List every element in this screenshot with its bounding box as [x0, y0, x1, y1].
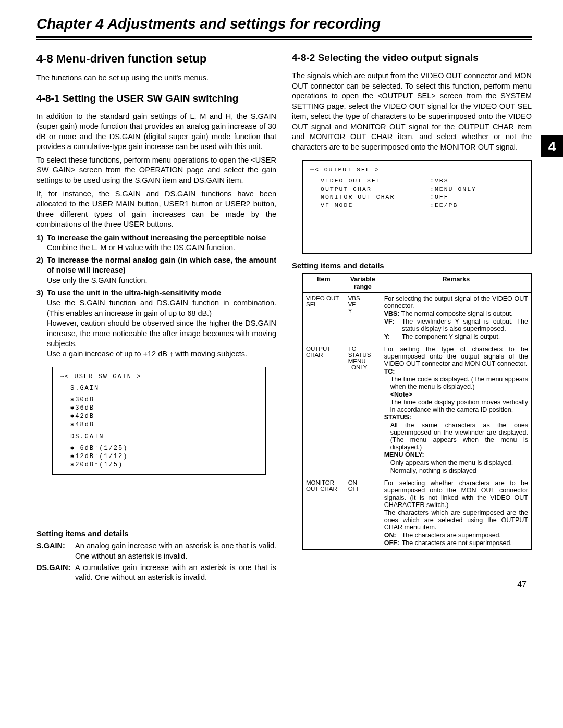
menu-line: ✱30dB [60, 396, 258, 404]
cell-remarks: For setting the type of characters to be… [381, 343, 531, 477]
th-remarks: Remarks [381, 273, 531, 292]
menu-line: ✱20dB↑(1/5) [60, 461, 258, 469]
menu-val: :MENU ONLY [430, 185, 476, 193]
cell-remarks: For selecting the output signal of the V… [381, 292, 531, 343]
th-item: Item [303, 273, 345, 292]
table-row: VIDEO OUT SEL VBS VF Y For selecting the… [303, 292, 532, 343]
paragraph: In addition to the standard gain setting… [36, 112, 276, 152]
definition-list: S.GAIN: An analog gain increase with an … [36, 541, 276, 583]
menu-line: DS.GAIN [60, 433, 258, 441]
list-item-body: Use a gain increase of up to +12 dB ↑ wi… [36, 349, 276, 360]
th-variable-range: Variable range [345, 273, 381, 292]
list-item-head: To use the unit in the ultra-high-sensit… [47, 288, 221, 299]
paragraph: If, for instance, the S.GAIN and DS.GAIN… [36, 189, 276, 230]
right-column: 4-8-2 Selecting the video output signals… [292, 52, 532, 584]
term-sgain: S.GAIN: [36, 541, 75, 561]
menu-val: :OFF [430, 193, 449, 201]
cell-item: OUTPUT CHAR [303, 343, 345, 477]
paragraph: To select these functions, perform menu … [36, 155, 276, 186]
cell-remarks: For selecting whether characters are to … [381, 477, 531, 549]
menu-line: ✱ 6dB↑(1/25) [60, 444, 258, 452]
cell-variable: ON OFF [345, 477, 381, 549]
setting-items-heading: Setting items and details [292, 261, 532, 270]
numbered-list: 1)To increase the gain without increasin… [36, 233, 276, 360]
menu-key: OUTPUT CHAR [321, 185, 430, 193]
left-column: 4-8 Menu-driven function setup The funct… [36, 52, 276, 584]
cell-variable: VBS VF Y [345, 292, 381, 343]
cell-item: VIDEO OUT SEL [303, 292, 345, 343]
menu-val: :EE/PB [430, 201, 458, 209]
list-item-head: To increase the normal analog gain (in w… [47, 255, 276, 276]
chapter-title: Chapter 4 Adjustments and settings for r… [36, 16, 532, 32]
cell-variable: TC STATUS MENU ONLY [345, 343, 381, 477]
list-item-body: Use only the S.GAIN function. [36, 276, 276, 286]
heading-4-8-2: 4-8-2 Selecting the video output signals [292, 52, 532, 64]
menu-key: VIDEO OUT SEL [321, 177, 430, 185]
page-number: 47 [517, 580, 527, 589]
menu-line: S.GAIN [60, 384, 258, 392]
heading-4-8-1: 4-8-1 Setting the USER SW GAIN switching [36, 93, 276, 104]
table-row: OUTPUT CHAR TC STATUS MENU ONLY For sett… [303, 343, 532, 477]
menu-key: MONITOR OUT CHAR [321, 193, 430, 201]
menu-screen-output-sel: →< OUTPUT SEL > VIDEO OUT SEL:VBS OUTPUT… [302, 160, 532, 254]
list-item-body: Combine the L, M or H value with the DS.… [36, 243, 276, 253]
heading-4-8: 4-8 Menu-driven function setup [36, 52, 276, 66]
menu-screen-user-sw-gain: →< USER SW GAIN > S.GAIN ✱30dB ✱36dB ✱42… [52, 367, 266, 475]
table-row: MONITOR OUT CHAR ON OFF For selecting wh… [303, 477, 532, 549]
menu-line: ✱12dB↑(1/12) [60, 452, 258, 461]
chapter-tab: 4 [541, 135, 563, 157]
paragraph: The signals which are output from the VI… [292, 71, 532, 153]
divider [36, 36, 532, 40]
list-item-body: Use the S.GAIN function and DS.GAIN func… [36, 298, 276, 318]
setting-items-heading: Setting items and details [36, 529, 276, 538]
list-item-body: However, caution should be observed sinc… [36, 318, 276, 349]
def-sgain: An analog gain increase with an asterisk… [75, 541, 276, 561]
menu-key: VF MODE [321, 201, 430, 209]
menu-line: ✱48dB [60, 421, 258, 429]
paragraph: The functions can be set up using the un… [36, 73, 276, 83]
menu-line: ✱36dB [60, 404, 258, 412]
cell-item: MONITOR OUT CHAR [303, 477, 345, 549]
list-item-head: To increase the gain without increasing … [47, 233, 266, 243]
menu-title: →< USER SW GAIN > [60, 373, 258, 381]
settings-table: Item Variable range Remarks VIDEO OUT SE… [302, 273, 532, 550]
menu-line: ✱42dB [60, 412, 258, 421]
menu-title: →< OUTPUT SEL > [310, 166, 524, 174]
menu-val: :VBS [430, 177, 449, 185]
def-dsgain: A cumulative gain increase with an aster… [75, 563, 276, 583]
term-dsgain: DS.GAIN: [36, 563, 75, 583]
